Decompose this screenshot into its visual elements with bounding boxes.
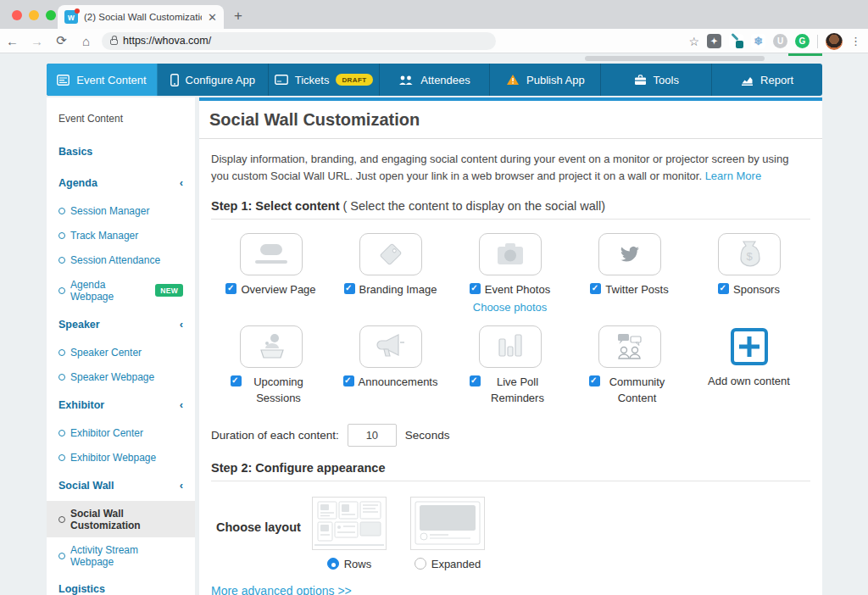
money-bag-icon[interactable]: $ [718, 233, 781, 275]
zoom-window-button[interactable] [46, 10, 56, 20]
nav-configure-app[interactable]: Configure App [158, 64, 269, 96]
rows-radio[interactable] [327, 558, 339, 570]
sidebar-item-speaker[interactable]: Speaker‹ [47, 309, 195, 340]
reload-icon[interactable]: ⟳ [49, 33, 74, 48]
sponsors-checkbox[interactable] [718, 283, 729, 294]
duration-input[interactable] [348, 424, 397, 447]
nav-attendees[interactable]: Attendees [380, 64, 491, 96]
url-text[interactable]: https://whova.com/ [123, 35, 211, 47]
sidebar-item-speaker-webpage[interactable]: Speaker Webpage [47, 364, 195, 389]
community-content-checkbox[interactable] [589, 375, 600, 386]
lock-icon[interactable] [110, 39, 118, 45]
page-background: Event Content Configure App Tickets DRAF… [0, 53, 868, 595]
content-item-event-photos: Event Photos Choose photos [450, 233, 570, 314]
extension-icon-3[interactable]: U [773, 34, 787, 48]
nav-publish-app[interactable]: Publish App [490, 64, 601, 96]
rows-radio-label: Rows [344, 558, 372, 570]
sidebar: Event Content Basics Agenda‹ Session Man… [47, 97, 195, 595]
page-scrollbar[interactable] [585, 56, 765, 61]
sidebar-item-agenda-webpage[interactable]: Agenda WebpageNEW [47, 272, 195, 309]
expanded-radio[interactable] [415, 558, 426, 570]
overview-page-icon[interactable] [240, 233, 303, 275]
poll-bars-icon[interactable] [479, 325, 542, 368]
sidebar-item-speaker-center[interactable]: Speaker Center [47, 340, 195, 364]
profile-avatar[interactable] [826, 33, 843, 50]
overview-page-checkbox[interactable] [225, 283, 236, 294]
sidebar-item-social-wall[interactable]: Social Wall‹ [47, 470, 195, 501]
new-badge: NEW [155, 284, 183, 297]
twitter-posts-checkbox[interactable] [590, 283, 601, 294]
tab-close-icon[interactable]: ✕ [208, 12, 217, 23]
extension-icon-2[interactable]: ❄ [751, 34, 765, 48]
event-content-icon [57, 75, 70, 86]
sidebar-item-track-manager[interactable]: Track Manager [47, 223, 195, 247]
chevron-left-icon: ‹ [180, 479, 183, 492]
event-photos-checkbox[interactable] [470, 283, 481, 294]
extension-icon-1[interactable]: ✦ [707, 34, 721, 48]
circle-bullet-icon [58, 430, 65, 437]
nav-report[interactable]: Report [712, 64, 822, 96]
circle-bullet-icon [58, 287, 65, 294]
expanded-layout-thumbnail[interactable] [410, 497, 485, 550]
close-window-button[interactable] [12, 10, 22, 20]
draft-badge: DRAFT [336, 74, 372, 86]
eyedropper-extension-icon[interactable] [729, 34, 743, 48]
report-icon [741, 75, 754, 86]
sidebar-item-exhibitor[interactable]: Exhibitor‹ [47, 389, 195, 420]
forward-icon[interactable]: → [25, 34, 49, 48]
nav-label: Tools [654, 74, 679, 86]
nav-event-content[interactable]: Event Content [47, 64, 158, 96]
rows-layout-thumbnail[interactable] [312, 497, 387, 550]
sidebar-item-logistics[interactable]: Logistics [47, 574, 195, 595]
sidebar-item-social-wall-customization[interactable]: Social Wall Customization [47, 501, 195, 537]
choose-photos-link[interactable]: Choose photos [473, 301, 547, 314]
tab-title: (2) Social Wall Customization [84, 12, 202, 22]
expanded-radio-label: Expanded [431, 558, 481, 570]
branding-image-icon[interactable] [359, 233, 422, 275]
live-poll-checkbox[interactable] [470, 375, 481, 386]
toolbar-divider [817, 35, 818, 48]
megaphone-icon[interactable] [359, 325, 422, 368]
content-item-live-poll: Live Poll Reminders [450, 325, 570, 407]
announcements-checkbox[interactable] [343, 375, 354, 386]
sidebar-item-exhibitor-webpage[interactable]: Exhibitor Webpage [47, 445, 195, 470]
minimize-window-button[interactable] [29, 10, 39, 20]
svg-text:$: $ [746, 250, 753, 263]
browser-menu-icon[interactable]: ⋮ [850, 40, 861, 43]
content-item-branding-image: Branding Image [331, 233, 450, 314]
address-bar[interactable]: https://whova.com/ [102, 32, 496, 50]
new-tab-button[interactable]: + [234, 8, 242, 25]
sidebar-item-activity-stream-webpage[interactable]: Activity Stream Webpage [47, 537, 195, 574]
nav-tickets[interactable]: Tickets DRAFT [269, 64, 380, 96]
tickets-icon [275, 75, 288, 85]
attendees-icon [398, 75, 414, 86]
back-icon[interactable]: ← [0, 34, 25, 48]
podium-speaker-icon[interactable] [240, 325, 303, 368]
branding-image-checkbox[interactable] [344, 283, 355, 294]
community-icon[interactable] [598, 325, 661, 368]
upcoming-sessions-checkbox[interactable] [231, 375, 242, 386]
nav-label: Report [760, 74, 793, 86]
twitter-icon[interactable] [598, 233, 661, 275]
circle-bullet-icon [58, 349, 65, 356]
event-photos-icon[interactable] [479, 233, 542, 275]
add-content-plus-icon[interactable] [731, 328, 768, 365]
sidebar-item-basics[interactable]: Basics [47, 136, 195, 167]
sidebar-item-exhibitor-center[interactable]: Exhibitor Center [47, 420, 195, 445]
bookmark-star-icon[interactable]: ☆ [688, 35, 699, 48]
top-navigation: Event Content Configure App Tickets DRAF… [47, 64, 822, 96]
sidebar-item-session-manager[interactable]: Session Manager [47, 198, 195, 223]
browser-tab[interactable]: w (2) Social Wall Customization ✕ [58, 5, 224, 29]
sidebar-item-agenda[interactable]: Agenda‹ [47, 167, 195, 198]
learn-more-link[interactable]: Learn More [705, 170, 761, 182]
circle-bullet-icon [58, 454, 65, 461]
window-controls[interactable] [12, 10, 56, 20]
whova-favicon: w [64, 10, 78, 24]
nav-tools[interactable]: Tools [601, 64, 712, 96]
home-icon[interactable]: ⌂ [74, 34, 98, 48]
more-advanced-options-link[interactable]: More advanced options >> [211, 584, 352, 595]
nav-label: Configure App [186, 74, 255, 86]
grammarly-extension-icon[interactable]: G [795, 34, 810, 48]
step2-heading: Step 2: Configure appearance [211, 461, 810, 481]
sidebar-item-session-attendance[interactable]: Session Attendance [47, 247, 195, 272]
